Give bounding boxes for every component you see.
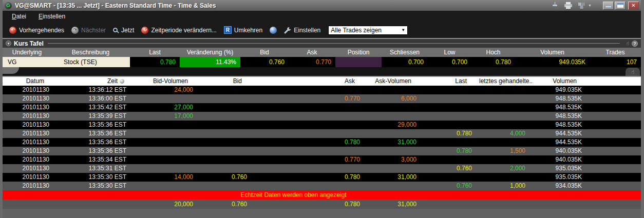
next-button[interactable]: ↷ Nächster xyxy=(68,25,109,35)
col-letztes-gehandelte[interactable]: letztes gehandelte... xyxy=(479,77,533,86)
table-row[interactable]: 2010113013:35:42 EST27,000948.535K xyxy=(3,103,641,112)
trade-filter-dropdown[interactable]: Alle Trades zeigen ▼ xyxy=(328,26,408,35)
section-divider-band: ☝ xyxy=(3,67,641,76)
cell-last: 0.780 xyxy=(424,147,479,155)
kurs-col-bid[interactable]: Bid xyxy=(240,49,289,56)
kurs-col-underlying[interactable]: Underlying xyxy=(3,49,51,56)
sort-icon xyxy=(120,79,124,84)
kurs-col-volumen[interactable]: Volumen xyxy=(515,49,590,56)
col-bid[interactable]: Bid xyxy=(200,77,254,86)
globe-button[interactable] xyxy=(266,25,280,35)
reverse-button[interactable]: R Umkehren xyxy=(220,25,266,35)
cell-bid-vol xyxy=(134,121,200,129)
cell-datum: 20101130 xyxy=(3,182,56,190)
dropdown-arrow-icon: ▼ xyxy=(401,28,405,32)
realtime-notice: Echtzeit Daten werden oben angezeigt xyxy=(3,190,641,200)
trades-column-headers: Datum Zeit Bid-Volumen Bid Ask Ask-Volum… xyxy=(3,76,641,86)
cell-ask xyxy=(254,103,367,112)
cell-ask: 0.770 xyxy=(254,94,367,103)
col-datum[interactable]: Datum xyxy=(3,77,56,86)
col-bid-volumen[interactable]: Bid-Volumen xyxy=(134,77,200,86)
help-icon[interactable]: ? xyxy=(632,41,638,47)
cell-bid xyxy=(200,155,254,164)
kurs-position xyxy=(335,57,382,67)
cell-ask-vol: 3,000 xyxy=(367,155,424,164)
cell-bid-vol: 17,000 xyxy=(134,112,200,121)
table-row[interactable]: 2010113013:35:30 EST0.7601,000934.035K xyxy=(3,182,641,190)
table-row[interactable]: 2010113013:35:36 EST29,000948.535K xyxy=(3,121,641,129)
kurs-col-schliessen[interactable]: Schliessen xyxy=(382,49,428,56)
grab-hand-icon[interactable]: ☝ xyxy=(626,41,629,46)
cell-filler xyxy=(589,155,641,164)
change-period-button[interactable]: ↻ Zeitperiode verändern... xyxy=(138,25,220,35)
maximize-button[interactable] xyxy=(615,2,626,10)
close-button[interactable]: ✕ xyxy=(628,2,639,10)
cell-last xyxy=(424,138,479,147)
grab-hand-tab[interactable]: ☝ xyxy=(626,68,640,76)
col-zeit-label: Zeit xyxy=(107,77,118,86)
kurs-last: 0.780 xyxy=(130,57,180,67)
print-icon[interactable] xyxy=(563,2,573,10)
cell-volumen: 949.035K xyxy=(533,86,589,94)
cell-bid xyxy=(200,94,254,103)
settings-button[interactable]: Einstellen xyxy=(280,25,324,35)
cell-zeit: 13:36:00 EST xyxy=(56,94,134,103)
kurs-underlying: VG xyxy=(3,57,51,67)
menu-datei[interactable]: Datei xyxy=(7,12,31,21)
table-row[interactable]: 2010113013:35:31 EST0.7602,000935.035K xyxy=(3,164,641,173)
cell-ask-vol xyxy=(367,112,424,121)
table-row[interactable]: 2010113013:36:12 EST24,000949.035K xyxy=(3,86,641,94)
col-ask[interactable]: Ask xyxy=(254,77,367,86)
table-row[interactable]: 2010113013:35:36 EST0.78031,000944.535K xyxy=(3,138,641,147)
col-ask-volumen[interactable]: Ask-Volumen xyxy=(367,77,424,86)
cell-lg xyxy=(479,138,533,147)
previous-button[interactable]: ↶ Vorhergehendes xyxy=(6,25,68,35)
kurs-col-ask[interactable]: Ask xyxy=(289,49,335,56)
trade-filter-value: Alle Trades zeigen xyxy=(331,27,401,34)
table-row[interactable]: 2010113013:35:30 EST14,0000.7600.78031,0… xyxy=(3,173,641,182)
pin-icon[interactable] xyxy=(550,2,559,10)
layout-blocks-icon[interactable] xyxy=(577,2,586,10)
settings-label: Einstellen xyxy=(294,27,320,34)
table-row[interactable]: 2010113013:35:36 EST0.7801,500940.035K xyxy=(3,147,641,155)
cell-bid xyxy=(200,182,254,190)
kurs-col-beschreibung[interactable]: Beschreibung xyxy=(51,49,130,56)
cell-ask-vol xyxy=(367,147,424,155)
trades-table: Datum Zeit Bid-Volumen Bid Ask Ask-Volum… xyxy=(3,76,641,218)
cell-volumen: 944.535K xyxy=(533,138,589,147)
kurs-col-position[interactable]: Position xyxy=(335,49,382,56)
layout-caret-icon[interactable]: ▼ xyxy=(588,4,592,7)
cell-bid xyxy=(200,86,254,94)
cell-zeit: 13:36:12 EST xyxy=(56,86,134,94)
minimize-button[interactable] xyxy=(603,2,614,10)
col-volumen[interactable]: Volumen xyxy=(533,77,589,86)
cell-bid-vol xyxy=(134,129,200,138)
cell-ask xyxy=(254,147,367,155)
jetzt-button[interactable]: Jetzt xyxy=(109,25,138,35)
col-zeit[interactable]: Zeit xyxy=(56,77,134,86)
kurs-col-hoch[interactable]: Hoch xyxy=(471,49,515,56)
cell-bid xyxy=(200,121,254,129)
cell-volumen: 948.535K xyxy=(533,112,589,121)
table-row[interactable]: 2010113013:35:36 EST0.7804,000944.535K xyxy=(3,129,641,138)
col-last[interactable]: Last xyxy=(424,77,479,86)
kurs-col-last[interactable]: Last xyxy=(130,49,180,56)
kurs-col-veraenderung[interactable]: Veränderung (%) xyxy=(180,49,240,56)
table-row[interactable]: 2010113013:36:00 EST0.7706,000948.535K xyxy=(3,94,641,103)
cell-last xyxy=(424,112,479,121)
cell-lg xyxy=(479,103,533,112)
table-row[interactable]: 2010113013:35:34 EST0.7703,000940.035K xyxy=(3,155,641,164)
app-icon: ♻ xyxy=(5,2,12,9)
kurs-col-trades[interactable]: Trades xyxy=(590,49,641,56)
cell-datum: 20101130 xyxy=(3,129,56,138)
kurs-col-low[interactable]: Low xyxy=(428,49,471,56)
menu-einstellen[interactable]: Einstellen xyxy=(33,12,70,21)
kurs-tafel-row[interactable]: VG Stock (TSE) 0.780 11.43% 0.760 0.770 … xyxy=(3,57,641,67)
cell-lg xyxy=(479,112,533,121)
summary-ask-volumen: 31,000 xyxy=(367,200,424,209)
cell-zeit: 13:35:34 EST xyxy=(56,155,134,164)
cell-ask: 0.780 xyxy=(254,138,367,147)
collapse-section-icon[interactable]: ▼ xyxy=(6,41,11,46)
table-row[interactable]: 2010113013:35:39 EST17,000948.535K xyxy=(3,112,641,121)
cell-bid-vol: 14,000 xyxy=(134,173,200,182)
